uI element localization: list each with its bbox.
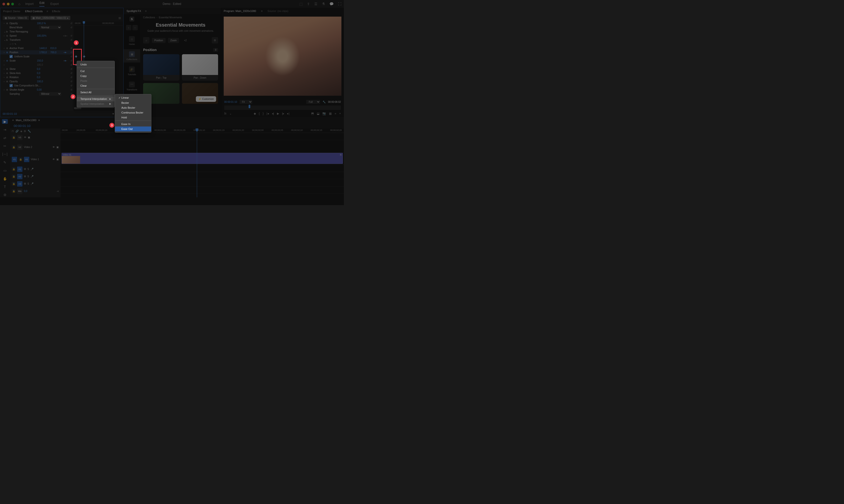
track-v1[interactable]: V1🔒V1Video 1👁▣	[10, 154, 60, 165]
linked-icon[interactable]: 🔗	[15, 130, 19, 133]
uniform-scale-checkbox[interactable]	[10, 55, 13, 58]
panel-menu-icon[interactable]: ≡	[38, 119, 40, 122]
panel-menu-icon[interactable]: ≡	[47, 10, 48, 13]
go-to-out-icon[interactable]: ▸|	[287, 112, 289, 115]
bc-current[interactable]: Essential Movements	[159, 16, 182, 19]
beaker-icon[interactable]: ⚗	[322, 2, 325, 6]
preset-pan-down[interactable]: Pan - Down	[182, 54, 218, 80]
workspace-icon[interactable]: ☰	[314, 2, 318, 6]
monitor-timecode[interactable]: 00:00:01:10	[224, 101, 237, 103]
prop-transform[interactable]: Transform	[10, 39, 61, 41]
step-forward-icon[interactable]: |▸	[282, 112, 284, 115]
fullscreen-icon[interactable]: ⛶	[338, 2, 341, 6]
lane-a2[interactable]	[60, 172, 344, 179]
maximize-window-icon[interactable]	[11, 3, 14, 5]
ctx-cont-bezier[interactable]: Continuous Bezier	[115, 110, 151, 115]
track-a3[interactable]: 🔒A3MS🎤	[10, 180, 60, 187]
prop-skew-axis[interactable]: Skew Axis	[10, 72, 37, 74]
compare-icon[interactable]: ▦	[329, 112, 331, 115]
side-tutorials[interactable]: 🎓Tutorials	[124, 65, 140, 78]
tab-effect-controls[interactable]: Effect Controls	[24, 8, 44, 14]
prop-anchor[interactable]: Anchor Point	[10, 47, 39, 50]
filter-position[interactable]: Position	[152, 38, 166, 43]
source-chip-1[interactable]: ▦ Source · Video 01	[3, 16, 29, 20]
prop-opacity[interactable]: Opacity	[10, 22, 37, 25]
ctx-ease-in[interactable]: Ease In	[115, 122, 151, 126]
skew-axis-value[interactable]: 0,0	[37, 72, 61, 74]
lane-v3[interactable]	[60, 133, 344, 140]
bc-collections[interactable]: Collections	[143, 16, 155, 19]
wrench-icon[interactable]: 🔧	[323, 101, 325, 103]
opacity2-value[interactable]: 100,0	[37, 80, 61, 83]
export-frame-icon[interactable]: 📷	[322, 112, 326, 115]
mark-in-icon[interactable]: {	[259, 112, 260, 115]
ec-ruler[interactable]: ;00;00 00;00;05;00	[73, 21, 123, 25]
share-icon[interactable]: ⇧	[307, 2, 310, 6]
home-icon[interactable]: ⌂	[18, 2, 20, 6]
quick-export-icon[interactable]: ⬚	[300, 2, 303, 6]
monitor-scrubber[interactable]	[224, 106, 341, 110]
tab-source[interactable]: Source: (no clips)	[267, 10, 288, 13]
pos-y[interactable]: 769,0	[50, 51, 61, 54]
preset-card-4[interactable]: ⚡ Customize	[182, 83, 218, 104]
speed-value[interactable]: 100,00%	[37, 34, 61, 37]
prop-shutter[interactable]: Shutter Angle	[10, 88, 37, 91]
timeline-tab[interactable]: Main_1920x1080	[16, 119, 36, 122]
rotation-value[interactable]: 0,0	[37, 76, 61, 79]
panel-menu-icon[interactable]: ≡	[261, 10, 263, 13]
toggle-timeline-icon[interactable]: ▥	[119, 16, 121, 20]
pos-x[interactable]: 1780,0	[39, 51, 50, 54]
ctx-clear[interactable]: Clear	[77, 83, 114, 88]
menu-import[interactable]: Import	[25, 2, 34, 6]
lane-v1[interactable]: Video 01 fx	[60, 152, 344, 165]
lane-mix[interactable]	[60, 186, 344, 194]
prop-skew[interactable]: Skew	[10, 68, 37, 70]
lane-a3[interactable]	[60, 179, 344, 186]
program-monitor[interactable]	[224, 17, 341, 96]
rectangle-tool-icon[interactable]: ▭	[2, 168, 8, 173]
extract-icon[interactable]: ⬓	[317, 112, 320, 115]
menu-export[interactable]: Export	[50, 2, 59, 6]
prop-speed[interactable]: Speed	[10, 34, 37, 37]
tab-effects[interactable]: Effects	[51, 8, 61, 14]
track-select-tool-icon[interactable]: ⇥	[2, 127, 8, 132]
nav-fwd-icon[interactable]: ›	[132, 25, 138, 30]
track-v3[interactable]: 🔒V3👁▣	[10, 134, 60, 141]
prop-rotation[interactable]: Rotation	[10, 76, 37, 79]
anchor-y[interactable]: 810,0	[50, 47, 61, 50]
track-a2[interactable]: 🔒A2MS🎤	[10, 173, 60, 180]
panel-menu-icon[interactable]: ≡	[145, 10, 146, 13]
prop-opacity-2[interactable]: Opacity	[10, 80, 37, 83]
razor-tool-icon[interactable]: ✂	[2, 144, 8, 148]
pen-tool-icon[interactable]: ✎	[2, 160, 8, 165]
step-back-icon[interactable]: ◂|	[272, 112, 274, 115]
tab-project[interactable]: Project: Demo	[2, 8, 21, 14]
timeline-timecode[interactable]: 00:00:01:10	[14, 124, 31, 128]
ripple-tool-icon[interactable]: ⇄	[2, 136, 8, 140]
lane-a1[interactable]	[60, 165, 344, 172]
type-tool-icon[interactable]: T	[2, 184, 8, 189]
marker-icon[interactable]: ◈	[20, 130, 22, 133]
ctx-linear[interactable]: ✓Linear	[115, 95, 151, 101]
lift-icon[interactable]: ⬒	[311, 112, 314, 115]
snap-icon[interactable]: ⊓	[12, 130, 14, 133]
ctx-bezier[interactable]: Bezier	[115, 101, 151, 105]
more-icon[interactable]: »	[335, 112, 336, 115]
pen-icon[interactable]: ✎	[14, 43, 16, 46]
settings-icon[interactable]: ⚙	[24, 130, 26, 133]
hand-tool-icon[interactable]: ✋	[2, 176, 8, 181]
shutter-value[interactable]: 0,00	[37, 88, 61, 91]
chat-icon[interactable]: 💬	[329, 2, 334, 6]
tab-program[interactable]: Program: Main_1920x1080	[224, 10, 256, 13]
prop-position[interactable]: Position	[10, 51, 39, 54]
blend-mode-select[interactable]: Normal	[39, 25, 61, 29]
minimize-window-icon[interactable]	[7, 3, 10, 5]
track-a1[interactable]: 🔒A1MS🎤	[10, 165, 60, 173]
ec-timecode[interactable]: 00:00:01:10	[3, 112, 17, 115]
close-window-icon[interactable]	[2, 3, 5, 5]
clip-video-01[interactable]: Video 01 fx	[61, 153, 343, 164]
lane-v2[interactable]	[60, 140, 344, 152]
skew-value[interactable]: 0,0	[37, 68, 61, 70]
mark-out-icon[interactable]: }	[263, 112, 264, 115]
timeline-ruler[interactable]: ;00;00 ;00;00;05 00;00;00;10 00;00;00;15…	[60, 128, 344, 133]
